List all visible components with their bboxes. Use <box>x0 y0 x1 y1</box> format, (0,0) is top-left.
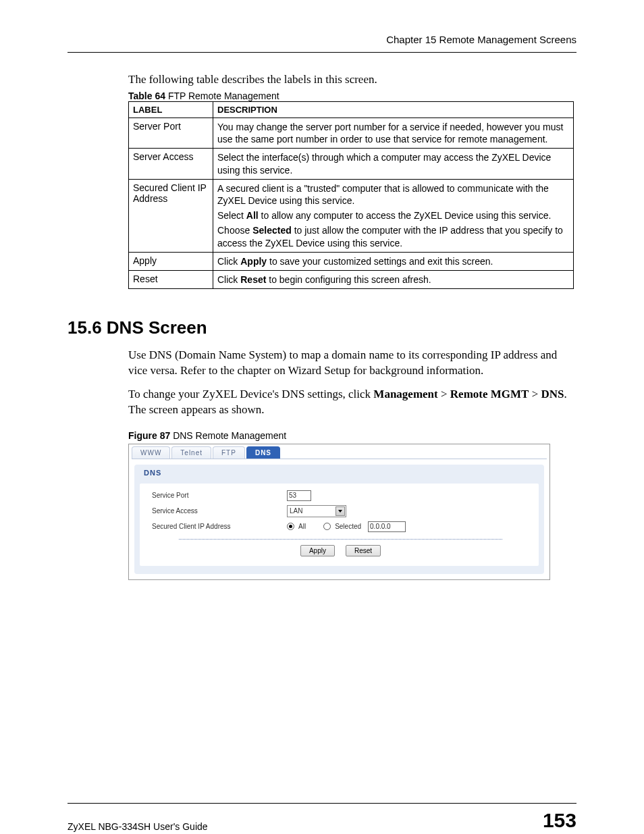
apply-button[interactable]: Apply <box>300 545 335 556</box>
th-desc: DESCRIPTION <box>213 102 574 118</box>
body-paragraph: To change your ZyXEL Device's DNS settin… <box>128 387 576 418</box>
label-secured-ip: Secured Client IP Address <box>152 523 287 530</box>
footer-page-number: 153 <box>543 809 576 832</box>
radio-all[interactable] <box>287 523 294 530</box>
label-service-port: Service Port <box>152 492 287 499</box>
cell-label: Secured Client IP Address <box>129 179 213 252</box>
radio-selected-label: Selected <box>335 523 361 530</box>
selected-ip-input[interactable]: 0.0.0.0 <box>368 521 406 532</box>
radio-all-label: All <box>298 523 306 530</box>
tab-www[interactable]: WWW <box>132 446 170 459</box>
th-label: LABEL <box>129 102 213 118</box>
service-port-input[interactable]: 53 <box>287 490 311 501</box>
cell-desc: Click Apply to save your customized sett… <box>217 255 569 267</box>
divider <box>179 539 502 540</box>
table-row: Apply Click Apply to save your customize… <box>129 252 574 270</box>
service-access-select[interactable]: LAN <box>287 505 346 517</box>
dns-screenshot: WWW Telnet FTP DNS DNS Service Port 53 S… <box>128 444 550 580</box>
table-row: Server Access Select the interface(s) th… <box>129 149 574 179</box>
cell-desc: Select the interface(s) through which a … <box>217 151 569 176</box>
intro-text: The following table describes the labels… <box>128 73 576 86</box>
page-footer: ZyXEL NBG-334SH User's Guide 153 <box>68 803 576 832</box>
tab-ftp[interactable]: FTP <box>213 446 245 459</box>
table-caption-bold: Table 64 <box>128 90 165 101</box>
tab-telnet[interactable]: Telnet <box>171 446 211 459</box>
figure-caption: Figure 87 DNS Remote Management <box>128 430 576 441</box>
cell-desc: Click Reset to begin configuring this sc… <box>217 273 569 286</box>
cell-label: Apply <box>129 252 213 270</box>
figure-caption-bold: Figure 87 <box>128 430 170 441</box>
dns-panel: DNS Service Port 53 Service Access LAN S… <box>134 465 544 574</box>
cell-desc: Choose Selected to just allow the comput… <box>217 224 569 249</box>
radio-selected[interactable] <box>323 523 331 530</box>
cell-desc: A secured client is a "trusted" computer… <box>217 182 569 207</box>
table-caption: Table 64 FTP Remote Management <box>128 90 576 101</box>
panel-title: DNS <box>134 465 544 484</box>
label-service-access: Service Access <box>152 507 287 515</box>
figure-caption-rest: DNS Remote Management <box>170 430 286 441</box>
cell-desc: Select All to allow any computer to acce… <box>217 209 569 221</box>
body-paragraph: Use DNS (Domain Name System) to map a do… <box>128 348 576 379</box>
chapter-header: Chapter 15 Remote Management Screens <box>68 34 576 53</box>
ftp-table: LABEL DESCRIPTION Server Port You may ch… <box>128 101 574 289</box>
cell-label: Reset <box>129 270 213 288</box>
table-row: Secured Client IP Address A secured clie… <box>129 179 574 252</box>
tabstrip: WWW Telnet FTP DNS <box>129 444 549 459</box>
footer-guide: ZyXEL NBG-334SH User's Guide <box>68 821 208 832</box>
section-heading: 15.6 DNS Screen <box>68 317 576 338</box>
tab-dns[interactable]: DNS <box>246 446 280 459</box>
table-caption-rest: FTP Remote Management <box>165 90 279 101</box>
cell-desc: You may change the server port number fo… <box>217 121 569 145</box>
table-row: Server Port You may change the server po… <box>129 118 574 149</box>
table-row: Reset Click Reset to begin configuring t… <box>129 270 574 288</box>
reset-button[interactable]: Reset <box>346 545 381 556</box>
cell-label: Server Access <box>129 149 213 179</box>
cell-label: Server Port <box>129 118 213 149</box>
